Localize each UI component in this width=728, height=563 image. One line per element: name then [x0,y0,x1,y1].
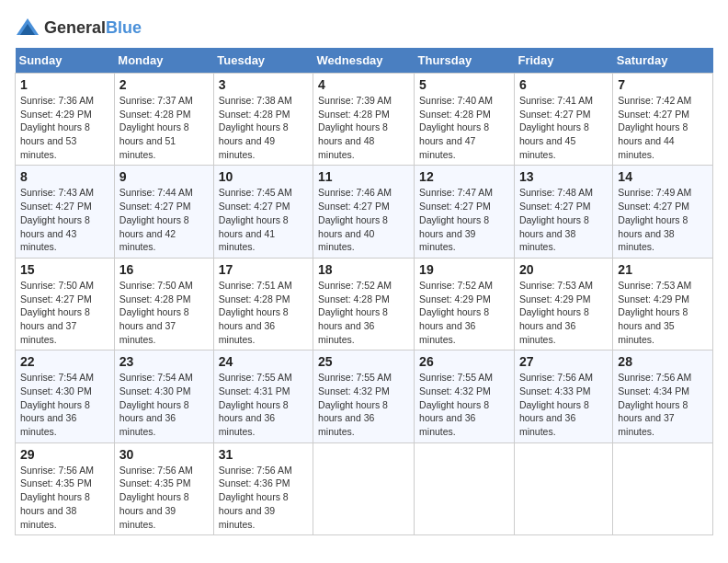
header-row: Sunday Monday Tuesday Wednesday Thursday… [16,48,713,74]
day-info: Sunrise: 7:55 AM Sunset: 4:32 PM Dayligh… [419,371,509,438]
day-info: Sunrise: 7:56 AM Sunset: 4:35 PM Dayligh… [20,464,109,531]
calendar-cell: 9 Sunrise: 7:44 AM Sunset: 4:27 PM Dayli… [114,166,213,258]
calendar-week-4: 22 Sunrise: 7:54 AM Sunset: 4:30 PM Dayl… [16,350,713,442]
day-info: Sunrise: 7:56 AM Sunset: 4:35 PM Dayligh… [119,464,209,531]
day-number: 20 [519,262,608,277]
col-tuesday: Tuesday [213,48,313,74]
day-info: Sunrise: 7:44 AM Sunset: 4:27 PM Dayligh… [119,186,209,253]
day-info: Sunrise: 7:50 AM Sunset: 4:27 PM Dayligh… [20,279,109,346]
calendar-cell [313,442,415,534]
day-number: 13 [519,169,608,184]
calendar-cell: 7 Sunrise: 7:42 AM Sunset: 4:27 PM Dayli… [613,74,713,166]
col-thursday: Thursday [415,48,515,74]
logo: GeneralBlue [15,15,142,40]
col-sunday: Sunday [16,48,115,74]
day-number: 26 [419,354,509,369]
calendar-cell: 4 Sunrise: 7:39 AM Sunset: 4:28 PM Dayli… [313,74,415,166]
day-info: Sunrise: 7:48 AM Sunset: 4:27 PM Dayligh… [519,186,608,253]
day-info: Sunrise: 7:55 AM Sunset: 4:31 PM Dayligh… [219,371,308,438]
calendar-cell: 12 Sunrise: 7:47 AM Sunset: 4:27 PM Dayl… [415,166,515,258]
header: GeneralBlue [15,15,713,40]
day-info: Sunrise: 7:54 AM Sunset: 4:30 PM Dayligh… [20,371,109,438]
day-info: Sunrise: 7:54 AM Sunset: 4:30 PM Dayligh… [119,371,209,438]
day-number: 2 [119,77,209,92]
calendar-cell: 20 Sunrise: 7:53 AM Sunset: 4:29 PM Dayl… [514,258,612,350]
calendar-body: 1 Sunrise: 7:36 AM Sunset: 4:29 PM Dayli… [16,74,713,535]
day-info: Sunrise: 7:36 AM Sunset: 4:29 PM Dayligh… [20,94,109,161]
day-info: Sunrise: 7:56 AM Sunset: 4:34 PM Dayligh… [618,371,708,438]
calendar-cell: 2 Sunrise: 7:37 AM Sunset: 4:28 PM Dayli… [114,74,213,166]
day-number: 19 [419,262,509,277]
day-info: Sunrise: 7:41 AM Sunset: 4:27 PM Dayligh… [519,94,608,161]
calendar-cell: 28 Sunrise: 7:56 AM Sunset: 4:34 PM Dayl… [613,350,713,442]
day-number: 3 [219,77,308,92]
calendar-cell: 21 Sunrise: 7:53 AM Sunset: 4:29 PM Dayl… [613,258,713,350]
calendar-cell: 6 Sunrise: 7:41 AM Sunset: 4:27 PM Dayli… [514,74,612,166]
logo-general: GeneralBlue [44,18,142,38]
calendar-cell: 8 Sunrise: 7:43 AM Sunset: 4:27 PM Dayli… [16,166,115,258]
calendar-cell: 29 Sunrise: 7:56 AM Sunset: 4:35 PM Dayl… [16,442,115,534]
col-monday: Monday [114,48,213,74]
day-info: Sunrise: 7:56 AM Sunset: 4:33 PM Dayligh… [519,371,608,438]
calendar-cell: 15 Sunrise: 7:50 AM Sunset: 4:27 PM Dayl… [16,258,115,350]
day-info: Sunrise: 7:55 AM Sunset: 4:32 PM Dayligh… [318,371,409,438]
calendar-cell: 22 Sunrise: 7:54 AM Sunset: 4:30 PM Dayl… [16,350,115,442]
day-number: 25 [318,354,409,369]
day-info: Sunrise: 7:37 AM Sunset: 4:28 PM Dayligh… [119,94,209,161]
day-number: 16 [119,262,209,277]
col-wednesday: Wednesday [313,48,415,74]
day-number: 15 [20,262,109,277]
calendar-cell: 31 Sunrise: 7:56 AM Sunset: 4:36 PM Dayl… [213,442,313,534]
calendar-cell: 27 Sunrise: 7:56 AM Sunset: 4:33 PM Dayl… [514,350,612,442]
calendar-cell: 25 Sunrise: 7:55 AM Sunset: 4:32 PM Dayl… [313,350,415,442]
calendar-cell: 16 Sunrise: 7:50 AM Sunset: 4:28 PM Dayl… [114,258,213,350]
day-number: 10 [219,169,308,184]
calendar-table: Sunday Monday Tuesday Wednesday Thursday… [15,48,713,535]
day-number: 4 [318,77,409,92]
calendar-cell: 3 Sunrise: 7:38 AM Sunset: 4:28 PM Dayli… [213,74,313,166]
calendar-cell: 18 Sunrise: 7:52 AM Sunset: 4:28 PM Dayl… [313,258,415,350]
day-info: Sunrise: 7:49 AM Sunset: 4:27 PM Dayligh… [618,186,708,253]
calendar-cell [415,442,515,534]
day-info: Sunrise: 7:52 AM Sunset: 4:29 PM Dayligh… [419,279,509,346]
day-number: 1 [20,77,109,92]
calendar-cell: 23 Sunrise: 7:54 AM Sunset: 4:30 PM Dayl… [114,350,213,442]
day-number: 31 [219,447,308,462]
calendar-cell [514,442,612,534]
calendar-week-3: 15 Sunrise: 7:50 AM Sunset: 4:27 PM Dayl… [16,258,713,350]
day-info: Sunrise: 7:43 AM Sunset: 4:27 PM Dayligh… [20,186,109,253]
day-info: Sunrise: 7:38 AM Sunset: 4:28 PM Dayligh… [219,94,308,161]
day-number: 17 [219,262,308,277]
day-number: 5 [419,77,509,92]
day-number: 30 [119,447,209,462]
calendar-cell: 5 Sunrise: 7:40 AM Sunset: 4:28 PM Dayli… [415,74,515,166]
calendar-cell: 17 Sunrise: 7:51 AM Sunset: 4:28 PM Dayl… [213,258,313,350]
day-number: 21 [618,262,708,277]
calendar-cell [613,442,713,534]
logo-icon [15,15,40,40]
day-info: Sunrise: 7:45 AM Sunset: 4:27 PM Dayligh… [219,186,308,253]
day-number: 7 [618,77,708,92]
calendar-cell: 24 Sunrise: 7:55 AM Sunset: 4:31 PM Dayl… [213,350,313,442]
calendar-cell: 1 Sunrise: 7:36 AM Sunset: 4:29 PM Dayli… [16,74,115,166]
calendar-cell: 10 Sunrise: 7:45 AM Sunset: 4:27 PM Dayl… [213,166,313,258]
day-number: 22 [20,354,109,369]
calendar-cell: 26 Sunrise: 7:55 AM Sunset: 4:32 PM Dayl… [415,350,515,442]
day-info: Sunrise: 7:50 AM Sunset: 4:28 PM Dayligh… [119,279,209,346]
calendar-week-2: 8 Sunrise: 7:43 AM Sunset: 4:27 PM Dayli… [16,166,713,258]
calendar-cell: 13 Sunrise: 7:48 AM Sunset: 4:27 PM Dayl… [514,166,612,258]
calendar-cell: 14 Sunrise: 7:49 AM Sunset: 4:27 PM Dayl… [613,166,713,258]
calendar-cell: 19 Sunrise: 7:52 AM Sunset: 4:29 PM Dayl… [415,258,515,350]
calendar-header: Sunday Monday Tuesday Wednesday Thursday… [16,48,713,74]
day-info: Sunrise: 7:56 AM Sunset: 4:36 PM Dayligh… [219,464,308,531]
day-number: 12 [419,169,509,184]
col-saturday: Saturday [613,48,713,74]
day-number: 14 [618,169,708,184]
day-info: Sunrise: 7:40 AM Sunset: 4:28 PM Dayligh… [419,94,509,161]
day-info: Sunrise: 7:42 AM Sunset: 4:27 PM Dayligh… [618,94,708,161]
day-number: 24 [219,354,308,369]
day-info: Sunrise: 7:53 AM Sunset: 4:29 PM Dayligh… [618,279,708,346]
day-info: Sunrise: 7:53 AM Sunset: 4:29 PM Dayligh… [519,279,608,346]
day-number: 6 [519,77,608,92]
day-info: Sunrise: 7:47 AM Sunset: 4:27 PM Dayligh… [419,186,509,253]
